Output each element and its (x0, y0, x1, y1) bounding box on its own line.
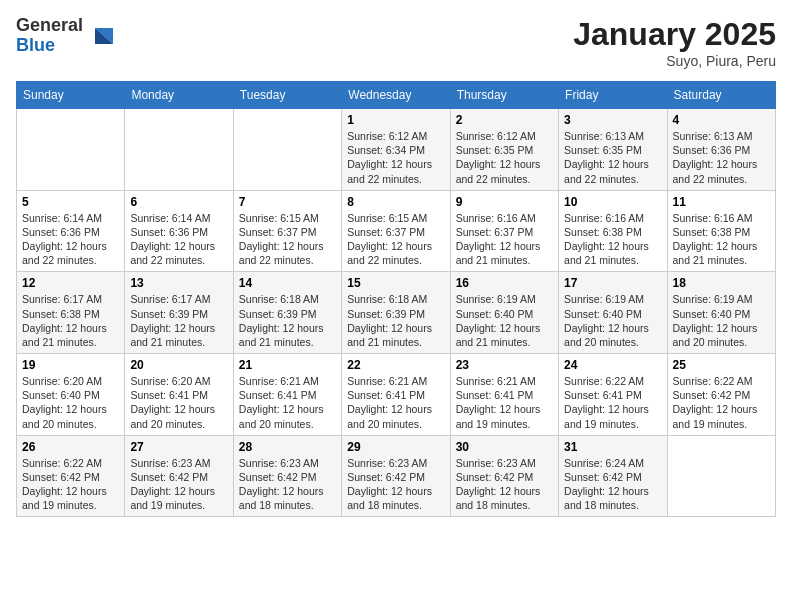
calendar-cell: 17Sunrise: 6:19 AMSunset: 6:40 PMDayligh… (559, 272, 667, 354)
day-info: Sunrise: 6:19 AMSunset: 6:40 PMDaylight:… (456, 292, 553, 349)
day-info: Sunrise: 6:16 AMSunset: 6:37 PMDaylight:… (456, 211, 553, 268)
calendar-title: January 2025 (573, 16, 776, 53)
day-number: 22 (347, 358, 444, 372)
calendar-cell: 22Sunrise: 6:21 AMSunset: 6:41 PMDayligh… (342, 354, 450, 436)
day-info: Sunrise: 6:15 AMSunset: 6:37 PMDaylight:… (347, 211, 444, 268)
calendar-cell: 7Sunrise: 6:15 AMSunset: 6:37 PMDaylight… (233, 190, 341, 272)
calendar-cell: 24Sunrise: 6:22 AMSunset: 6:41 PMDayligh… (559, 354, 667, 436)
day-info: Sunrise: 6:23 AMSunset: 6:42 PMDaylight:… (456, 456, 553, 513)
calendar-cell: 8Sunrise: 6:15 AMSunset: 6:37 PMDaylight… (342, 190, 450, 272)
calendar-cell: 6Sunrise: 6:14 AMSunset: 6:36 PMDaylight… (125, 190, 233, 272)
calendar-cell: 11Sunrise: 6:16 AMSunset: 6:38 PMDayligh… (667, 190, 775, 272)
calendar-cell: 21Sunrise: 6:21 AMSunset: 6:41 PMDayligh… (233, 354, 341, 436)
day-number: 14 (239, 276, 336, 290)
calendar-cell: 15Sunrise: 6:18 AMSunset: 6:39 PMDayligh… (342, 272, 450, 354)
weekday-header-thursday: Thursday (450, 82, 558, 109)
day-number: 10 (564, 195, 661, 209)
day-number: 19 (22, 358, 119, 372)
calendar-cell: 28Sunrise: 6:23 AMSunset: 6:42 PMDayligh… (233, 435, 341, 517)
calendar-cell: 12Sunrise: 6:17 AMSunset: 6:38 PMDayligh… (17, 272, 125, 354)
day-info: Sunrise: 6:22 AMSunset: 6:41 PMDaylight:… (564, 374, 661, 431)
day-number: 8 (347, 195, 444, 209)
day-info: Sunrise: 6:20 AMSunset: 6:40 PMDaylight:… (22, 374, 119, 431)
day-number: 5 (22, 195, 119, 209)
calendar-cell (667, 435, 775, 517)
day-number: 11 (673, 195, 770, 209)
calendar-week-row: 26Sunrise: 6:22 AMSunset: 6:42 PMDayligh… (17, 435, 776, 517)
day-number: 23 (456, 358, 553, 372)
day-number: 21 (239, 358, 336, 372)
day-info: Sunrise: 6:13 AMSunset: 6:35 PMDaylight:… (564, 129, 661, 186)
day-number: 12 (22, 276, 119, 290)
day-number: 29 (347, 440, 444, 454)
calendar-cell: 3Sunrise: 6:13 AMSunset: 6:35 PMDaylight… (559, 109, 667, 191)
day-number: 28 (239, 440, 336, 454)
logo-icon (85, 22, 113, 50)
day-number: 13 (130, 276, 227, 290)
calendar-cell (125, 109, 233, 191)
calendar-week-row: 12Sunrise: 6:17 AMSunset: 6:38 PMDayligh… (17, 272, 776, 354)
day-number: 2 (456, 113, 553, 127)
day-number: 24 (564, 358, 661, 372)
weekday-header-saturday: Saturday (667, 82, 775, 109)
calendar-cell: 31Sunrise: 6:24 AMSunset: 6:42 PMDayligh… (559, 435, 667, 517)
day-number: 20 (130, 358, 227, 372)
calendar-cell: 5Sunrise: 6:14 AMSunset: 6:36 PMDaylight… (17, 190, 125, 272)
day-number: 15 (347, 276, 444, 290)
calendar-cell: 25Sunrise: 6:22 AMSunset: 6:42 PMDayligh… (667, 354, 775, 436)
day-info: Sunrise: 6:21 AMSunset: 6:41 PMDaylight:… (456, 374, 553, 431)
day-info: Sunrise: 6:24 AMSunset: 6:42 PMDaylight:… (564, 456, 661, 513)
day-number: 18 (673, 276, 770, 290)
day-info: Sunrise: 6:23 AMSunset: 6:42 PMDaylight:… (239, 456, 336, 513)
calendar-cell (17, 109, 125, 191)
day-info: Sunrise: 6:14 AMSunset: 6:36 PMDaylight:… (22, 211, 119, 268)
day-info: Sunrise: 6:17 AMSunset: 6:38 PMDaylight:… (22, 292, 119, 349)
day-info: Sunrise: 6:18 AMSunset: 6:39 PMDaylight:… (347, 292, 444, 349)
calendar-cell: 9Sunrise: 6:16 AMSunset: 6:37 PMDaylight… (450, 190, 558, 272)
day-number: 25 (673, 358, 770, 372)
day-info: Sunrise: 6:12 AMSunset: 6:35 PMDaylight:… (456, 129, 553, 186)
day-info: Sunrise: 6:23 AMSunset: 6:42 PMDaylight:… (130, 456, 227, 513)
day-info: Sunrise: 6:22 AMSunset: 6:42 PMDaylight:… (673, 374, 770, 431)
day-info: Sunrise: 6:16 AMSunset: 6:38 PMDaylight:… (673, 211, 770, 268)
day-info: Sunrise: 6:17 AMSunset: 6:39 PMDaylight:… (130, 292, 227, 349)
day-number: 9 (456, 195, 553, 209)
calendar-subtitle: Suyo, Piura, Peru (573, 53, 776, 69)
day-info: Sunrise: 6:23 AMSunset: 6:42 PMDaylight:… (347, 456, 444, 513)
calendar-cell: 1Sunrise: 6:12 AMSunset: 6:34 PMDaylight… (342, 109, 450, 191)
day-info: Sunrise: 6:22 AMSunset: 6:42 PMDaylight:… (22, 456, 119, 513)
day-number: 30 (456, 440, 553, 454)
day-info: Sunrise: 6:15 AMSunset: 6:37 PMDaylight:… (239, 211, 336, 268)
page-header: General Blue January 2025 Suyo, Piura, P… (16, 16, 776, 69)
calendar-cell: 26Sunrise: 6:22 AMSunset: 6:42 PMDayligh… (17, 435, 125, 517)
calendar-cell: 30Sunrise: 6:23 AMSunset: 6:42 PMDayligh… (450, 435, 558, 517)
calendar-cell: 14Sunrise: 6:18 AMSunset: 6:39 PMDayligh… (233, 272, 341, 354)
day-number: 7 (239, 195, 336, 209)
calendar-cell: 2Sunrise: 6:12 AMSunset: 6:35 PMDaylight… (450, 109, 558, 191)
day-info: Sunrise: 6:12 AMSunset: 6:34 PMDaylight:… (347, 129, 444, 186)
day-info: Sunrise: 6:21 AMSunset: 6:41 PMDaylight:… (347, 374, 444, 431)
logo-general-text: General (16, 15, 83, 35)
calendar-week-row: 5Sunrise: 6:14 AMSunset: 6:36 PMDaylight… (17, 190, 776, 272)
title-block: January 2025 Suyo, Piura, Peru (573, 16, 776, 69)
calendar-cell: 27Sunrise: 6:23 AMSunset: 6:42 PMDayligh… (125, 435, 233, 517)
calendar-week-row: 1Sunrise: 6:12 AMSunset: 6:34 PMDaylight… (17, 109, 776, 191)
day-info: Sunrise: 6:21 AMSunset: 6:41 PMDaylight:… (239, 374, 336, 431)
calendar-cell: 20Sunrise: 6:20 AMSunset: 6:41 PMDayligh… (125, 354, 233, 436)
day-number: 26 (22, 440, 119, 454)
calendar-cell: 16Sunrise: 6:19 AMSunset: 6:40 PMDayligh… (450, 272, 558, 354)
weekday-header-friday: Friday (559, 82, 667, 109)
calendar-cell: 19Sunrise: 6:20 AMSunset: 6:40 PMDayligh… (17, 354, 125, 436)
calendar-cell: 13Sunrise: 6:17 AMSunset: 6:39 PMDayligh… (125, 272, 233, 354)
day-info: Sunrise: 6:19 AMSunset: 6:40 PMDaylight:… (673, 292, 770, 349)
day-info: Sunrise: 6:19 AMSunset: 6:40 PMDaylight:… (564, 292, 661, 349)
day-info: Sunrise: 6:16 AMSunset: 6:38 PMDaylight:… (564, 211, 661, 268)
logo-blue-text: Blue (16, 35, 55, 55)
weekday-header-wednesday: Wednesday (342, 82, 450, 109)
calendar-table: SundayMondayTuesdayWednesdayThursdayFrid… (16, 81, 776, 517)
calendar-cell: 10Sunrise: 6:16 AMSunset: 6:38 PMDayligh… (559, 190, 667, 272)
day-info: Sunrise: 6:14 AMSunset: 6:36 PMDaylight:… (130, 211, 227, 268)
calendar-cell: 23Sunrise: 6:21 AMSunset: 6:41 PMDayligh… (450, 354, 558, 436)
weekday-header-row: SundayMondayTuesdayWednesdayThursdayFrid… (17, 82, 776, 109)
calendar-week-row: 19Sunrise: 6:20 AMSunset: 6:40 PMDayligh… (17, 354, 776, 436)
